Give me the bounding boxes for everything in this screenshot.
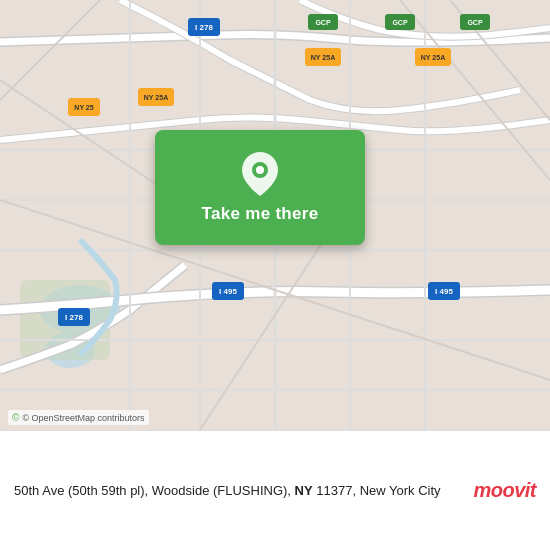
- svg-text:I 495: I 495: [219, 287, 237, 296]
- location-pin-icon: [242, 152, 278, 196]
- svg-text:GCP: GCP: [315, 19, 331, 26]
- take-me-label: Take me there: [202, 204, 319, 224]
- svg-text:NY 25A: NY 25A: [421, 54, 445, 61]
- take-me-there-button[interactable]: Take me there: [155, 130, 365, 245]
- address-block: 50th Ave (50th 59th pl), Woodside (FLUSH…: [14, 481, 461, 500]
- address-text: 50th Ave (50th 59th pl), Woodside (FLUSH…: [14, 483, 441, 498]
- map-container: I 278 I 278 I 495 I 495 NY 25 NY 25A NY …: [0, 0, 550, 430]
- moovit-wordmark: moovit: [473, 479, 536, 502]
- svg-text:I 495: I 495: [435, 287, 453, 296]
- svg-point-43: [256, 166, 264, 174]
- svg-text:I 278: I 278: [65, 313, 83, 322]
- info-bar: 50th Ave (50th 59th pl), Woodside (FLUSH…: [0, 430, 550, 550]
- moovit-logo: moovit: [473, 479, 536, 502]
- svg-text:GCP: GCP: [392, 19, 408, 26]
- svg-text:GCP: GCP: [467, 19, 483, 26]
- svg-text:NY 25: NY 25: [74, 104, 93, 111]
- svg-text:NY 25A: NY 25A: [144, 94, 168, 101]
- osm-credit: © © OpenStreetMap contributors: [8, 410, 149, 425]
- osm-text: © OpenStreetMap contributors: [22, 413, 144, 423]
- svg-text:I 278: I 278: [195, 23, 213, 32]
- osm-icon: ©: [12, 412, 19, 423]
- svg-text:NY 25A: NY 25A: [311, 54, 335, 61]
